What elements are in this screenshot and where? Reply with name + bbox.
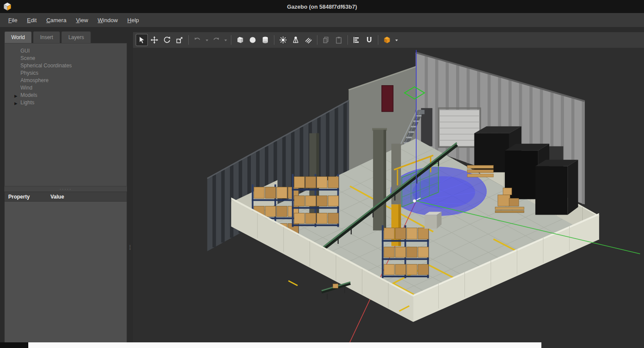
chevron-down-icon (224, 36, 228, 44)
support-pillar[interactable] (372, 128, 387, 231)
insert-box-button[interactable] (234, 34, 246, 46)
tab-world[interactable]: World (4, 31, 32, 43)
toolbar-separator (347, 35, 348, 45)
cylinder-shape-icon (261, 36, 270, 44)
value-column-header: Value (50, 194, 64, 200)
window-title: Gazebo (on 5848f7df63b7) (287, 3, 357, 10)
toolbar-separator (378, 35, 378, 45)
box-shape-icon (236, 36, 244, 44)
align-tool-button[interactable] (350, 34, 363, 46)
tree-item-atmosphere[interactable]: Atmosphere (5, 77, 127, 84)
snap-tool-button[interactable] (363, 34, 375, 46)
window-titlebar: Gazebo (on 5848f7df63b7) (0, 0, 644, 13)
toolbar-separator (274, 35, 274, 45)
insert-sphere-button[interactable] (247, 34, 259, 46)
paste-button[interactable] (333, 34, 345, 46)
redo-arrow-icon (212, 36, 220, 44)
magnet-icon (365, 36, 374, 44)
toolbar-separator (188, 35, 189, 45)
pallet-stack[interactable] (467, 166, 494, 177)
bottom-panel-strip (28, 342, 541, 348)
spotlight-icon (291, 36, 300, 44)
orange-view-cube-icon (383, 36, 391, 44)
align-icon (352, 36, 361, 44)
panel-tabs: World Insert Layers (4, 31, 127, 43)
property-column-header: Property (5, 194, 50, 200)
scale-icon (175, 36, 184, 44)
tab-insert[interactable]: Insert (33, 31, 60, 43)
left-panel: World Insert Layers GUI Scene Spherical … (0, 27, 127, 348)
property-table-header: Property Value (4, 192, 127, 202)
toolbar-separator (231, 35, 231, 45)
garage-door[interactable] (438, 108, 480, 147)
copy-button[interactable] (320, 34, 332, 46)
tab-layers[interactable]: Layers (61, 31, 91, 43)
directional-rays-icon (304, 36, 313, 44)
redo-button[interactable] (210, 34, 222, 46)
toolbar-separator (317, 35, 317, 45)
chevron-down-icon (394, 36, 399, 44)
menu-camera[interactable]: Camera (41, 15, 71, 26)
translate-tool-button[interactable] (148, 34, 160, 46)
sun-icon (279, 36, 287, 44)
shelf-rack-2[interactable] (292, 174, 339, 227)
render-viewport-3d[interactable] (133, 48, 644, 348)
paste-clipboard-icon (334, 36, 343, 44)
supply-cabinet[interactable] (424, 212, 441, 229)
directional-light-button[interactable] (302, 34, 314, 46)
view-angle-dropdown[interactable] (394, 34, 399, 46)
property-table-body (4, 202, 127, 348)
point-light-button[interactable] (277, 34, 289, 46)
black-storage-unit-3[interactable] (535, 160, 578, 215)
insert-cylinder-button[interactable] (259, 34, 271, 46)
view-angle-button[interactable] (381, 34, 393, 46)
menu-file[interactable]: File (3, 15, 22, 26)
undo-history-dropdown[interactable] (204, 34, 210, 46)
menubar: File Edit Camera View Window Help (0, 13, 644, 27)
vertical-splitter-handle[interactable] (127, 27, 133, 348)
sphere-shape-icon (248, 36, 257, 44)
tree-item-spherical-coordinates[interactable]: Spherical Coordinates (5, 62, 127, 70)
horizontal-splitter-handle[interactable] (4, 186, 127, 192)
redo-history-dropdown[interactable] (223, 34, 228, 46)
bottom-corner-strip (0, 342, 28, 348)
rotate-circular-arrow-icon (163, 36, 171, 44)
tree-item-lights[interactable]: Lights (5, 99, 127, 106)
rotate-tool-button[interactable] (161, 34, 173, 46)
world-tree: GUI Scene Spherical Coordinates Physics … (4, 43, 127, 186)
spot-light-button[interactable] (290, 34, 302, 46)
arrow-cursor-icon (137, 36, 146, 44)
tree-item-scene[interactable]: Scene (5, 55, 127, 62)
tree-item-models[interactable]: Models (5, 92, 127, 99)
copy-icon (322, 36, 330, 44)
undo-arrow-icon (193, 36, 202, 44)
translate-arrows-icon (150, 36, 159, 44)
scale-tool-button[interactable] (174, 34, 186, 46)
tree-item-gui[interactable]: GUI (5, 47, 127, 55)
chevron-down-icon (205, 36, 209, 44)
menu-help[interactable]: Help (123, 15, 144, 26)
maroon-door[interactable] (382, 86, 393, 112)
select-tool-button[interactable] (136, 34, 148, 46)
gazebo-logo-icon (3, 2, 12, 11)
undo-button[interactable] (191, 34, 204, 46)
menu-view[interactable]: View (71, 15, 93, 26)
menu-window[interactable]: Window (93, 15, 123, 26)
render-toolbar (133, 32, 644, 48)
menu-edit[interactable]: Edit (22, 15, 41, 26)
shelf-rack-3[interactable] (382, 225, 429, 278)
tree-item-physics[interactable]: Physics (5, 70, 127, 77)
tree-item-wind[interactable]: Wind (5, 84, 127, 92)
